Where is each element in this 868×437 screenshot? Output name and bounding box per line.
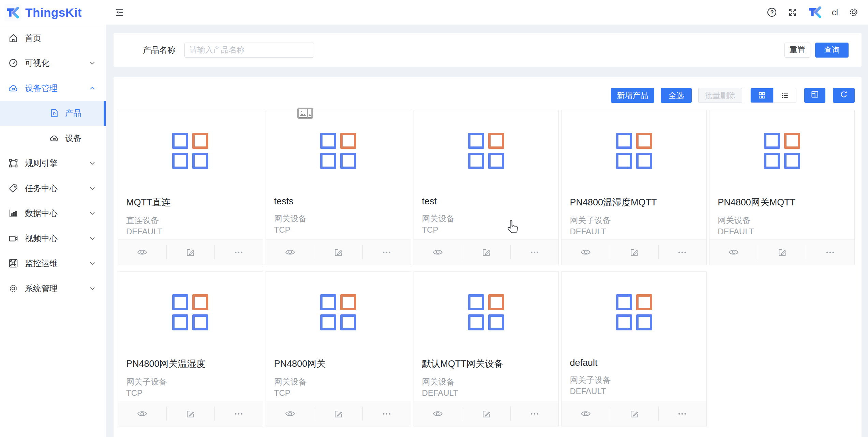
product-name: default	[570, 358, 698, 368]
product-name: tests	[274, 196, 403, 207]
sidebar-item-device-management[interactable]: 设备管理	[0, 76, 106, 101]
main-content: 产品名称 重置 查询 新增产品 全选 批量删除	[106, 25, 868, 437]
product-card[interactable]: tests 网关设备 TCP	[266, 110, 411, 265]
chevron-down-icon	[89, 235, 96, 242]
more-actions-icon[interactable]	[510, 240, 559, 265]
more-actions-icon[interactable]	[658, 401, 707, 426]
edit-icon[interactable]	[314, 401, 362, 426]
card-actions	[118, 239, 263, 265]
product-list-panel: 新增产品 全选 批量删除	[114, 77, 862, 437]
sidebar-item-device[interactable]: 设备	[0, 126, 106, 151]
card-actions	[709, 239, 854, 265]
sidebar-item-task-center[interactable]: 任务中心	[0, 176, 106, 201]
transport-type: DEFAULT	[422, 387, 551, 399]
chevron-down-icon	[89, 285, 96, 292]
refresh-button[interactable]	[833, 88, 855, 103]
more-actions-icon[interactable]	[362, 401, 411, 426]
product-card[interactable]: PN4800网关温湿度 网关子设备 TCP	[118, 271, 263, 426]
sidebar-item-label: 设备	[65, 133, 81, 144]
sidebar-item-home[interactable]: 首页	[0, 26, 106, 51]
more-actions-icon[interactable]	[806, 240, 854, 265]
transport-type: TCP	[126, 387, 255, 399]
edit-icon[interactable]	[462, 240, 510, 265]
sidebar-item-monitor-ops[interactable]: 监控运维	[0, 251, 106, 276]
help-icon[interactable]: ?	[766, 7, 777, 18]
product-grid: MQTT直连 直连设备 DEFAULT tests	[118, 110, 855, 426]
product-card[interactable]: default 网关子设备 DEFAULT	[561, 271, 707, 426]
edit-icon[interactable]	[758, 240, 806, 265]
layout-columns-icon	[810, 90, 819, 101]
sidebar-item-data-center[interactable]: 数据中心	[0, 201, 106, 226]
product-name-input[interactable]	[184, 43, 314, 58]
product-card[interactable]: PN4800网关 网关设备 TCP	[266, 271, 411, 426]
sidebar-item-label: 视频中心	[25, 233, 58, 244]
sidebar-item-visualization[interactable]: 可视化	[0, 51, 106, 76]
more-actions-icon[interactable]	[362, 240, 411, 265]
sidebar-item-system-management[interactable]: 系统管理	[0, 276, 106, 301]
product-card[interactable]: PN4800温湿度MQTT 网关子设备 DEFAULT	[561, 110, 707, 265]
query-button[interactable]: 查询	[815, 43, 849, 58]
svg-text:P: P	[53, 112, 56, 116]
chevron-down-icon	[89, 260, 96, 267]
list-view-icon[interactable]	[773, 88, 796, 103]
system-gear-icon	[8, 283, 19, 294]
more-actions-icon[interactable]	[214, 401, 263, 426]
view-detail-icon[interactable]	[562, 401, 610, 426]
more-actions-icon[interactable]	[658, 240, 707, 265]
edit-icon[interactable]	[166, 240, 215, 265]
app-logo[interactable]: ThingsKit	[0, 0, 106, 25]
drag-images-ghost-icon	[297, 108, 313, 120]
product-meta: 网关子设备 DEFAULT	[570, 374, 698, 397]
product-card[interactable]: 默认MQTT网关设备 网关设备 DEFAULT	[414, 271, 559, 426]
reset-button[interactable]: 重置	[784, 43, 810, 58]
product-icon	[172, 294, 208, 330]
fullscreen-icon[interactable]	[788, 7, 798, 17]
edit-icon[interactable]	[314, 240, 362, 265]
edit-icon[interactable]	[610, 240, 658, 265]
grid-view-icon[interactable]	[751, 88, 773, 103]
view-detail-icon[interactable]	[118, 240, 166, 265]
edit-icon[interactable]	[462, 401, 510, 426]
select-all-button[interactable]: 全选	[661, 88, 692, 103]
more-actions-icon[interactable]	[510, 401, 559, 426]
sidebar-item-label: 可视化	[25, 58, 49, 68]
product-name: MQTT直连	[126, 196, 255, 208]
sidebar-item-rule-engine[interactable]: 规则引擎	[0, 151, 106, 176]
edit-icon[interactable]	[166, 401, 215, 426]
more-actions-icon[interactable]	[214, 240, 263, 265]
username[interactable]: cl	[832, 7, 838, 17]
view-detail-icon[interactable]	[118, 401, 166, 426]
edit-icon[interactable]	[610, 401, 658, 426]
view-detail-icon[interactable]	[414, 401, 462, 426]
card-actions	[266, 239, 411, 265]
product-meta: 网关设备 DEFAULT	[422, 376, 551, 399]
product-card[interactable]: test 网关设备 TCP	[414, 110, 559, 265]
sidebar-collapse-icon[interactable]	[115, 7, 125, 17]
sidebar-item-video-center[interactable]: 视频中心	[0, 226, 106, 251]
view-detail-icon[interactable]	[266, 401, 314, 426]
product-name: PN4800网关MQTT	[718, 196, 846, 208]
transport-type: DEFAULT	[570, 226, 698, 237]
product-name: PN4800网关温湿度	[126, 358, 255, 370]
view-detail-icon[interactable]	[562, 240, 610, 265]
product-icon	[616, 294, 652, 330]
sidebar-item-label: 任务中心	[25, 183, 58, 194]
sidebar-item-label: 数据中心	[25, 208, 58, 219]
device-cloud-icon	[8, 83, 19, 94]
view-detail-icon[interactable]	[709, 240, 758, 265]
batch-delete-button[interactable]: 批量删除	[698, 88, 742, 103]
view-detail-icon[interactable]	[266, 240, 314, 265]
add-product-button[interactable]: 新增产品	[611, 88, 654, 103]
product-card[interactable]: PN4800网关MQTT 网关设备 DEFAULT	[709, 110, 855, 265]
avatar[interactable]	[808, 5, 822, 19]
sidebar-item-product[interactable]: P 产品	[0, 101, 106, 126]
product-name: PN4800温湿度MQTT	[570, 196, 698, 208]
transport-type: TCP	[274, 387, 403, 399]
gear-icon[interactable]	[848, 7, 859, 18]
rule-engine-icon	[8, 158, 19, 169]
view-detail-icon[interactable]	[414, 240, 462, 265]
chevron-down-icon	[89, 159, 96, 167]
column-settings-button[interactable]	[804, 88, 825, 103]
product-meta: 网关设备 TCP	[274, 376, 403, 399]
product-card[interactable]: MQTT直连 直连设备 DEFAULT	[118, 110, 263, 265]
